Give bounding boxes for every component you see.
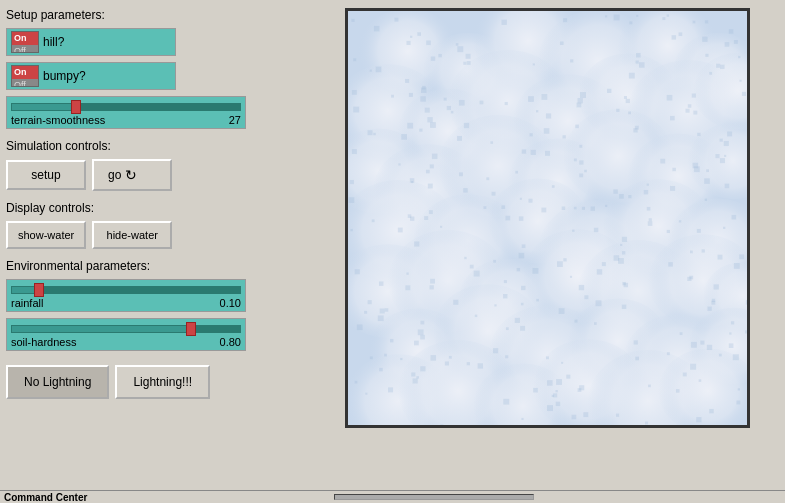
soil-hardness-label: soil-hardness — [11, 336, 76, 348]
go-button[interactable]: go ↻ — [92, 159, 172, 191]
rainfall-slider[interactable] — [11, 286, 241, 294]
hill-off-label: Off — [12, 45, 38, 53]
hide-water-button[interactable]: hide-water — [92, 221, 172, 249]
world-canvas — [345, 8, 750, 428]
setup-params-label: Setup parameters: — [6, 8, 310, 22]
hill-field-label: hill? — [43, 35, 64, 49]
env-params-label: Environmental parameters: — [6, 259, 310, 273]
soil-hardness-slider-container: soil-hardness 0.80 — [6, 318, 246, 351]
rainfall-slider-container: rainfall 0.10 — [6, 279, 246, 312]
simulation-button-row: setup go ↻ — [6, 159, 310, 191]
hill-toggle-row: On Off hill? — [6, 28, 176, 56]
hill-toggle-btn[interactable]: On Off — [11, 31, 39, 53]
canvas-area — [314, 4, 781, 486]
display-button-row: show-water hide-water — [6, 221, 310, 249]
bottom-bar: Command Center — [0, 490, 785, 503]
terrain-smoothness-label: terrain-smoothness — [11, 114, 105, 126]
lightning-button[interactable]: Lightning!!! — [115, 365, 210, 399]
command-center-label: Command Center — [4, 492, 87, 503]
world-canvas-element — [348, 11, 747, 425]
terrain-smoothness-slider[interactable] — [11, 103, 241, 111]
bumpy-off-label: Off — [12, 79, 38, 87]
bumpy-field-label: bumpy? — [43, 69, 86, 83]
soil-hardness-slider[interactable] — [11, 325, 241, 333]
simulation-controls-label: Simulation controls: — [6, 139, 310, 153]
bumpy-toggle-row: On Off bumpy? — [6, 62, 176, 90]
terrain-smoothness-value: 27 — [229, 114, 241, 126]
bumpy-toggle-btn[interactable]: On Off — [11, 65, 39, 87]
no-lightning-button[interactable]: No Lightning — [6, 365, 109, 399]
show-water-button[interactable]: show-water — [6, 221, 86, 249]
go-label: go — [108, 168, 121, 182]
horizontal-scrollbar[interactable] — [334, 494, 534, 500]
refresh-icon: ↻ — [125, 167, 137, 183]
soil-hardness-value: 0.80 — [220, 336, 241, 348]
rainfall-value: 0.10 — [220, 297, 241, 309]
hill-on-label: On — [12, 32, 38, 45]
terrain-slider-container: terrain-smoothness 27 — [6, 96, 246, 129]
rainfall-label: rainfall — [11, 297, 43, 309]
lightning-row: No Lightning Lightning!!! — [6, 365, 310, 399]
setup-button[interactable]: setup — [6, 160, 86, 190]
bumpy-on-label: On — [12, 66, 38, 79]
display-controls-label: Display controls: — [6, 201, 310, 215]
